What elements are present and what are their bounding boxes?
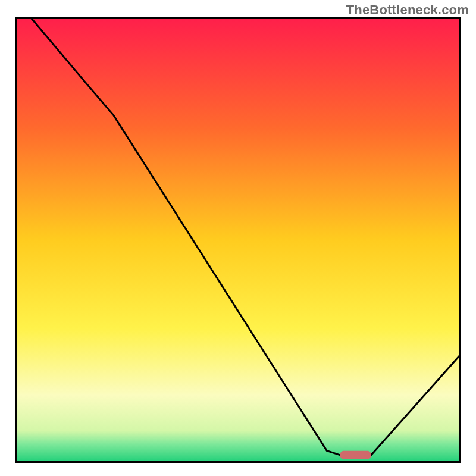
bottleneck-chart [0, 0, 476, 476]
optimal-marker [340, 451, 371, 459]
plot-area [16, 0, 460, 462]
gradient-background [16, 18, 460, 462]
watermark-text: TheBottleneck.com [346, 2, 469, 18]
chart-container: { "watermark": "TheBottleneck.com", "cha… [0, 0, 476, 476]
